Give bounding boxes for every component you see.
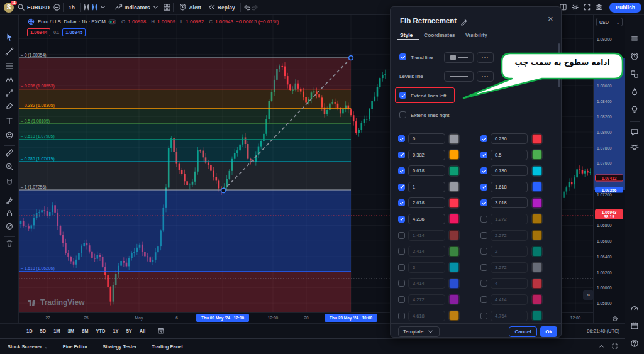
level-color-swatch-4.272[interactable] xyxy=(449,294,459,304)
level-color-swatch-4.764[interactable] xyxy=(532,311,542,321)
level-checkbox-4.236[interactable] xyxy=(398,216,405,223)
level-value-input-0[interactable]: 0 xyxy=(408,133,445,144)
range-5d[interactable]: 5D xyxy=(36,328,50,334)
level-checkbox-0.382[interactable] xyxy=(398,152,405,158)
range-1y[interactable]: 1Y xyxy=(109,328,122,334)
level-color-swatch-3.414[interactable] xyxy=(449,279,459,289)
extend-lines-left-checkbox[interactable] xyxy=(399,92,406,99)
level-checkbox-2.272[interactable] xyxy=(480,232,487,239)
level-checkbox-2.618[interactable] xyxy=(398,199,405,206)
gauge-icon[interactable] xyxy=(630,304,640,316)
level-value-input-4.414[interactable]: 4.414 xyxy=(491,294,528,305)
objtree-icon[interactable] xyxy=(630,70,640,82)
level-color-swatch-3.272[interactable] xyxy=(532,262,542,272)
level-checkbox-0.618[interactable] xyxy=(398,167,405,174)
level-color-swatch-0.786[interactable] xyxy=(532,166,542,176)
date-range-badge[interactable]: Thu 23 May '24 10:00 xyxy=(325,314,377,322)
level-value-input-4.272[interactable]: 4.272 xyxy=(408,294,445,305)
scale-corner[interactable] xyxy=(593,312,625,323)
footer-tab-pine-editor[interactable]: Pine Editor xyxy=(55,344,96,350)
chevron-down-icon[interactable] xyxy=(99,3,107,11)
range-all[interactable]: All xyxy=(136,328,150,334)
level-value-input-4[interactable]: 4 xyxy=(491,278,528,289)
snapshot-camera-icon[interactable] xyxy=(595,3,603,11)
level-color-swatch-0.236[interactable] xyxy=(532,134,542,144)
candle-style-icon[interactable] xyxy=(91,3,99,11)
footer-tab-strategy-tester[interactable]: Strategy Tester xyxy=(95,344,144,350)
alert-button[interactable]: Alert xyxy=(175,3,204,11)
level-checkbox-1.618[interactable] xyxy=(480,184,487,191)
level-value-input-0.5[interactable]: 0.5 xyxy=(491,150,528,160)
price-scale[interactable]: 1.092001.090001.088001.086001.084001.082… xyxy=(593,15,625,323)
cursor-tool-icon[interactable] xyxy=(5,33,14,44)
zoom-tool-icon[interactable] xyxy=(5,162,14,174)
level-color-swatch-2.618[interactable] xyxy=(449,198,459,208)
currency-dropdown[interactable]: USD⌄ xyxy=(596,18,623,26)
watchlist-icon[interactable] xyxy=(630,35,640,47)
trend-line-style-button[interactable]: ··· xyxy=(477,52,494,63)
ideas-icon[interactable] xyxy=(630,105,640,117)
level-value-input-3.618[interactable]: 3.618 xyxy=(491,197,528,208)
level-color-swatch-0.382[interactable] xyxy=(449,150,459,160)
emoji-tool-icon[interactable] xyxy=(5,131,14,142)
undo-icon[interactable] xyxy=(243,3,251,11)
level-value-input-2.272[interactable]: 2.272 xyxy=(491,230,528,241)
indicators-button[interactable]: Indicators xyxy=(111,3,164,11)
range-6m[interactable]: 6M xyxy=(78,328,92,334)
level-value-input-3.272[interactable]: 3.272 xyxy=(491,262,528,273)
range-5y[interactable]: 5Y xyxy=(123,328,136,334)
edit-name-icon[interactable] xyxy=(460,18,468,26)
text-tool-icon[interactable] xyxy=(5,116,14,128)
pattern-tool-icon[interactable] xyxy=(5,75,14,87)
trash-tool-icon[interactable] xyxy=(5,239,14,250)
level-checkbox-0.236[interactable] xyxy=(480,135,487,142)
settings-gear-icon[interactable] xyxy=(571,3,579,11)
level-color-swatch-1[interactable] xyxy=(449,182,459,192)
trend-line-color-button[interactable] xyxy=(444,52,474,63)
levels-line-width-button[interactable] xyxy=(444,71,474,82)
level-color-swatch-3.618[interactable] xyxy=(532,198,542,208)
visibility-toggle-icon[interactable] xyxy=(108,18,116,26)
level-checkbox-1.272[interactable] xyxy=(480,216,487,223)
level-checkbox-3[interactable] xyxy=(398,264,405,271)
level-color-swatch-4.236[interactable] xyxy=(449,214,459,224)
legend-title[interactable]: Euro / U.S. Dollar · 1h · FXCM xyxy=(38,19,106,25)
template-button[interactable]: Template xyxy=(398,326,440,337)
lock-tool-icon[interactable] xyxy=(5,209,14,220)
templates-icon[interactable] xyxy=(163,3,171,11)
dialog-scrollbar[interactable] xyxy=(558,43,560,87)
level-color-swatch-2[interactable] xyxy=(532,246,542,257)
level-color-swatch-0.618[interactable] xyxy=(449,166,459,176)
tab-visibility[interactable]: Visibility xyxy=(465,32,487,38)
levels-line-style-button[interactable]: ··· xyxy=(477,71,494,82)
publish-button[interactable]: Publish xyxy=(609,3,641,13)
level-value-input-0.382[interactable]: 0.382 xyxy=(408,150,445,160)
footer-tab-stock-screener[interactable]: Stock Screener⌄ xyxy=(0,344,55,350)
level-checkbox-0.5[interactable] xyxy=(480,152,487,158)
cancel-button[interactable]: Cancel xyxy=(509,326,537,337)
interval-button[interactable]: 1h xyxy=(65,4,78,11)
level-checkbox-0.786[interactable] xyxy=(480,167,487,174)
magnet-tool-icon[interactable] xyxy=(5,177,14,189)
calendar-icon[interactable] xyxy=(630,321,640,333)
level-color-swatch-1.618[interactable] xyxy=(532,182,542,192)
level-color-swatch-4.414[interactable] xyxy=(532,294,542,304)
level-value-input-4.236[interactable]: 4.236 xyxy=(408,214,445,224)
forecast-tool-icon[interactable] xyxy=(5,89,14,100)
level-value-input-2.618[interactable]: 2.618 xyxy=(408,197,445,208)
range-3m[interactable]: 3M xyxy=(64,328,78,334)
range-1m[interactable]: 1M xyxy=(50,328,64,334)
level-checkbox-4[interactable] xyxy=(480,280,487,287)
level-color-swatch-4.618[interactable] xyxy=(449,311,459,321)
level-color-swatch-1.414[interactable] xyxy=(449,230,459,240)
level-value-input-4.618[interactable]: 4.618 xyxy=(408,311,445,321)
level-checkbox-2[interactable] xyxy=(480,248,487,255)
tab-style[interactable]: Style xyxy=(400,32,413,38)
close-icon[interactable]: ✕ xyxy=(548,15,553,23)
level-checkbox-3.272[interactable] xyxy=(480,264,487,271)
bar-style-icon[interactable] xyxy=(82,3,91,11)
level-color-swatch-1.272[interactable] xyxy=(532,214,542,224)
level-color-swatch-3[interactable] xyxy=(449,262,459,272)
collapse-footer-icon[interactable] xyxy=(598,343,605,351)
level-value-input-1[interactable]: 1 xyxy=(408,182,445,192)
